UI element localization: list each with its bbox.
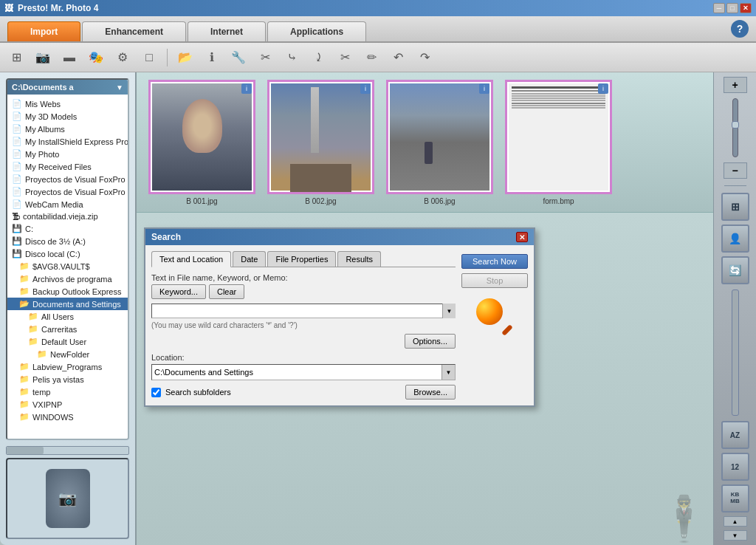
- tree-item-installshield[interactable]: 📄 My InstallShield Express Pro: [7, 135, 128, 148]
- tree-item-windows[interactable]: 📁 WINDOWS: [7, 411, 128, 423]
- toolbar-paste-btn[interactable]: ⤸: [306, 46, 330, 69]
- photo-frame-4[interactable]: i: [505, 80, 612, 194]
- tree-item-proyectos2[interactable]: 📄 Proyectos de Visual FoxPro: [7, 185, 128, 198]
- toolbar-undo-btn[interactable]: ↶: [386, 46, 410, 69]
- app-title: Presto! Mr. Photo 4: [18, 3, 98, 13]
- tree-item-temp[interactable]: 📁 temp: [7, 385, 128, 398]
- tree-item-avg[interactable]: 📁 $AVG8.VAULT$: [7, 260, 128, 272]
- tree-item-discoc[interactable]: 💾 Disco local (C:): [7, 247, 128, 260]
- right-vscroll[interactable]: [732, 289, 739, 416]
- face-detect-btn[interactable]: 👤: [721, 224, 749, 253]
- tree-item-contabilidad[interactable]: 🗜 contabilidad.vieja.zip: [7, 210, 128, 222]
- photo-frame-1[interactable]: i: [148, 80, 255, 194]
- browse-button[interactable]: Browse...: [405, 385, 456, 400]
- dialog-tabs: Text and Location Date File Properties R…: [151, 251, 456, 267]
- tab-enhancement[interactable]: Enhancement: [82, 21, 186, 41]
- stop-button[interactable]: Stop: [461, 273, 528, 288]
- search-now-button[interactable]: Search Now: [461, 254, 528, 269]
- tree-item-myalbums[interactable]: 📄 My Albums: [7, 123, 128, 135]
- zoom-slider[interactable]: [732, 98, 738, 157]
- photo-info-btn-3[interactable]: i: [479, 83, 489, 94]
- bottom-scrollbar[interactable]: [6, 446, 129, 455]
- toolbar-camera-btn[interactable]: 📷: [31, 46, 55, 69]
- photo-thumb-1[interactable]: i B 001.jpg: [148, 80, 255, 205]
- toolbar-folder-btn[interactable]: 📂: [173, 46, 197, 69]
- toolbar-cut-btn[interactable]: ✂: [253, 46, 277, 69]
- tree-item-vxipnp[interactable]: 📁 VXIPNP: [7, 398, 128, 411]
- minimize-button[interactable]: ─: [713, 3, 725, 13]
- toolbar-scissors-btn[interactable]: ✂: [333, 46, 357, 69]
- tree-item-allusers[interactable]: 📁 All Users: [7, 310, 128, 323]
- tree-item-c[interactable]: 💾 C:: [7, 222, 128, 235]
- tree-item-disco35[interactable]: 💾 Disco de 3½ (A:): [7, 235, 128, 247]
- photo-info-btn-2[interactable]: i: [360, 83, 371, 94]
- tab-import[interactable]: Import: [7, 21, 80, 41]
- tree-item-miswebs[interactable]: 📄 Mis Webs: [7, 97, 128, 110]
- filesize-btn[interactable]: KBMB: [721, 484, 749, 513]
- photo-thumb-3[interactable]: i B 006.jpg: [386, 80, 493, 205]
- tree-item-pelis[interactable]: 📁 Pelis ya vistas: [7, 373, 128, 385]
- tree-item-newfolder[interactable]: 📁 NewFolder: [7, 348, 128, 360]
- dialog-tab-results[interactable]: Results: [337, 251, 381, 267]
- sort-az-btn[interactable]: AZ: [721, 421, 749, 449]
- scroll-up-btn[interactable]: ▲: [724, 516, 747, 527]
- clear-button[interactable]: Clear: [209, 284, 244, 299]
- folder-icon: 📁: [19, 412, 30, 422]
- toolbar-tools-btn[interactable]: 🔧: [227, 46, 250, 69]
- photo-thumb-2[interactable]: i B 002.jpg: [267, 80, 374, 205]
- toolbar-pen-btn[interactable]: ✏: [360, 46, 383, 69]
- text-search-input[interactable]: [151, 304, 456, 318]
- photo-info-btn-1[interactable]: i: [241, 83, 252, 94]
- location-dropdown-arrow[interactable]: ▼: [441, 365, 455, 380]
- dialog-tab-fileprops[interactable]: File Properties: [267, 251, 336, 267]
- tree-item-documents[interactable]: 📂 Documents and Settings: [7, 298, 128, 310]
- close-button[interactable]: ✕: [740, 3, 752, 13]
- folder-icon: 📄: [12, 112, 22, 121]
- tree-item-carreritas[interactable]: 📁 Carreritas: [7, 323, 128, 335]
- photo-frame-2[interactable]: i: [267, 80, 374, 194]
- scroll-down-btn[interactable]: ▼: [724, 530, 747, 541]
- toolbar-info-btn[interactable]: ℹ: [200, 46, 224, 69]
- tree-item-myphoto[interactable]: 📄 My Photo: [7, 148, 128, 160]
- tree-item-3dmodels[interactable]: 📄 My 3D Models: [7, 110, 128, 123]
- rotate-btn[interactable]: 🔄: [721, 256, 749, 284]
- tab-internet[interactable]: Internet: [188, 21, 266, 41]
- zoom-in-btn[interactable]: +: [724, 77, 747, 93]
- tab-applications[interactable]: Applications: [267, 21, 366, 41]
- keyword-button[interactable]: Keyword...: [151, 284, 206, 299]
- tree-item-archivos[interactable]: 📁 Archivos de programa: [7, 272, 128, 285]
- options-button[interactable]: Options...: [405, 334, 456, 349]
- toolbar-video-btn[interactable]: 🎭: [84, 46, 108, 69]
- grid-view-btn[interactable]: ⊞: [721, 193, 749, 221]
- text-input-dropdown[interactable]: ▼: [442, 304, 456, 318]
- folder-icon: 📄: [12, 174, 22, 184]
- dialog-tab-text[interactable]: Text and Location: [151, 251, 231, 267]
- photo-frame-3[interactable]: i: [386, 80, 493, 194]
- tree-item-defaultuser[interactable]: 📁 Default User: [7, 335, 128, 348]
- zoom-out-btn[interactable]: −: [724, 162, 747, 179]
- tree-item-proyectos1[interactable]: 📄 Proyectos de Visual FoxPro: [7, 173, 128, 185]
- toolbar-grid-btn[interactable]: ⊞: [4, 46, 28, 69]
- tree-item-backup[interactable]: 📁 Backup Outlook Express: [7, 285, 128, 298]
- toolbar-copy-btn[interactable]: ⤷: [280, 46, 303, 69]
- toolbar-monitor-btn[interactable]: □: [137, 46, 161, 69]
- tree-area[interactable]: 📄 Mis Webs 📄 My 3D Models 📄 My Albums 📄 …: [7, 95, 128, 439]
- dialog-tab-date[interactable]: Date: [233, 251, 266, 267]
- toolbar-redo-btn[interactable]: ↷: [413, 46, 436, 69]
- tree-item-labview[interactable]: 📁 Labview_Programs: [7, 360, 128, 373]
- photo-thumb-4[interactable]: i form.bmp: [505, 80, 612, 205]
- subfolders-row: Search subfolders Browse...: [151, 385, 456, 400]
- tree-item-receivedfiles[interactable]: 📄 My Received Files: [7, 160, 128, 173]
- dialog-close-button[interactable]: ✕: [516, 232, 528, 242]
- search-subfolders-checkbox[interactable]: [151, 388, 161, 397]
- folder-dropdown-arrow[interactable]: ▼: [116, 83, 123, 92]
- folder-icon: 📄: [12, 124, 22, 134]
- tree-item-webcam[interactable]: 📄 WebCam Media: [7, 198, 128, 210]
- photo-info-btn-4[interactable]: i: [598, 83, 608, 94]
- location-combo[interactable]: C:\Documents and Settings ▼: [151, 364, 456, 380]
- toolbar-settings-btn[interactable]: ⚙: [111, 46, 134, 69]
- help-button[interactable]: ?: [731, 20, 749, 38]
- date-btn[interactable]: 12: [721, 453, 749, 481]
- maximize-button[interactable]: □: [726, 3, 738, 13]
- toolbar-scan-btn[interactable]: ▬: [58, 46, 81, 69]
